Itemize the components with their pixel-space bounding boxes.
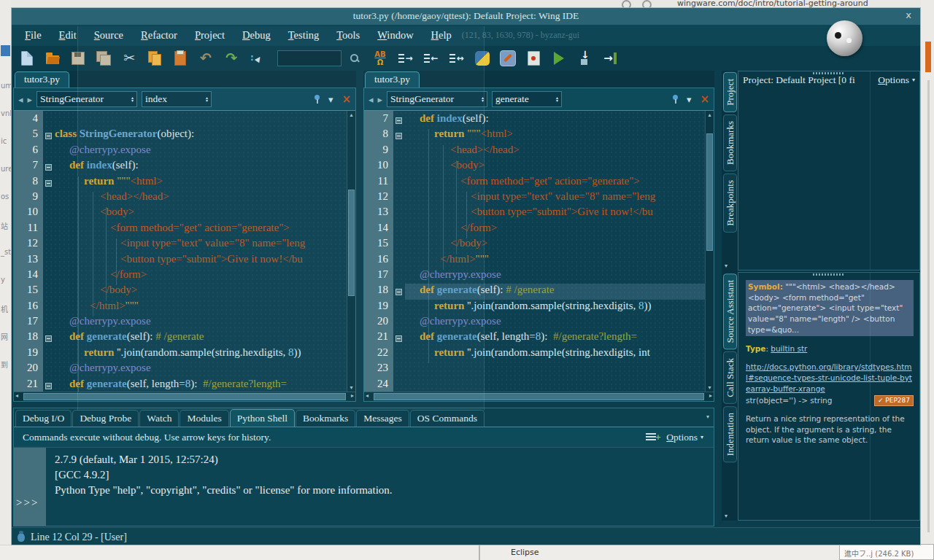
indent-switch-button[interactable]: ↔ (449, 50, 465, 67)
code-line-16[interactable]: 16</html>""" (14, 300, 347, 315)
code-line-23[interactable]: 23 (364, 362, 705, 377)
code-line-10[interactable]: 10<body> (14, 206, 347, 221)
yin-yang-icon[interactable] (827, 20, 862, 56)
window-close-button[interactable]: x (906, 9, 911, 20)
side-tab-breakpoints[interactable]: Breakpoints (723, 174, 737, 233)
fold-marker-icon[interactable] (45, 335, 52, 342)
side-tab-bookmarks[interactable]: Bookmarks (723, 114, 737, 171)
pin-icon[interactable] (672, 94, 679, 104)
code-line-21[interactable]: 21def generate(self, length=8): #/genera… (14, 378, 347, 392)
open-folder-button[interactable] (45, 50, 61, 67)
code-line-9[interactable]: 9<head></head> (364, 144, 705, 159)
code-line-5[interactable]: 5class StringGenerator(object): (14, 128, 347, 143)
fold-marker-icon[interactable] (395, 117, 402, 124)
code-line-8[interactable]: 8return """<html> (14, 175, 347, 190)
symbol-dropdown[interactable]: generate▴▾ (492, 91, 562, 107)
code-line-18[interactable]: 18def generate(self): # /generate (364, 284, 705, 299)
code-line-20[interactable]: 20@cherrypy.expose (364, 315, 705, 330)
side-tab-project[interactable]: Project (723, 72, 737, 112)
shell-options-button[interactable]: Options▾ (666, 432, 703, 443)
code-line-17[interactable]: 17@cherrypy.expose (364, 268, 705, 284)
code-area[interactable]: 45class StringGenerator(object):6@cherry… (14, 111, 355, 392)
code-line-19[interactable]: 19return ''.join(random.sample(string.he… (364, 300, 705, 315)
bottom-tab-watch[interactable]: Watch (139, 410, 179, 427)
horizontal-scrollbar[interactable]: ◂▸ (364, 392, 714, 401)
search-icon[interactable] (347, 50, 363, 67)
chevron-down-icon[interactable]: ▾ (328, 95, 333, 104)
code-line-9[interactable]: 9<head></head> (14, 190, 347, 206)
code-line-13[interactable]: 13<button type="submit">Give it now!</bu (364, 206, 705, 221)
python-icon[interactable] (474, 50, 490, 67)
save-all-button[interactable] (96, 50, 112, 67)
code-line-6[interactable]: 6@cherrypy.expose (14, 144, 347, 159)
indent-left-button[interactable]: ← (423, 50, 439, 67)
fold-marker-icon[interactable] (395, 335, 402, 342)
nav-forward-icon[interactable]: ▸ (378, 95, 383, 104)
side-tab-source-assistant[interactable]: Source Assistant (723, 273, 737, 349)
tools-wrench-button[interactable] (500, 50, 516, 67)
undo-button[interactable]: ↶ (198, 50, 214, 67)
taskbar-item-eclipse[interactable]: Eclipse (511, 548, 539, 557)
chevron-down-icon[interactable]: ▾ (687, 95, 692, 104)
python-shell[interactable]: >>> 2.7.9 (default, Mar 1 2015, 12:57:24… (14, 448, 714, 526)
menu-edit[interactable]: Edit (52, 27, 84, 44)
bottom-tab-python-shell[interactable]: Python Shell (230, 409, 295, 427)
fold-marker-icon[interactable] (45, 180, 52, 187)
fold-marker-icon[interactable] (45, 383, 52, 389)
fold-marker-icon[interactable] (395, 133, 402, 139)
code-line-15[interactable]: 15</body> (14, 284, 347, 299)
toolbar-search-input[interactable] (277, 50, 341, 66)
code-line-15[interactable]: 15</body> (364, 237, 705, 252)
code-line-19[interactable]: 19return ''.join(random.sample(string.he… (14, 346, 347, 362)
step-into-button[interactable] (576, 50, 593, 67)
debug-file-button[interactable] (525, 50, 541, 67)
code-line-22[interactable]: 22return ''.join(random.sample(string.he… (364, 346, 705, 362)
code-line-20[interactable]: 20@cherrypy.expose (14, 362, 347, 377)
editor-tab[interactable]: tutor3.py (15, 71, 69, 88)
code-line-10[interactable]: 10<body> (364, 159, 705, 174)
code-line-14[interactable]: 14</form> (364, 222, 705, 237)
code-line-12[interactable]: 12<input type="text" value="8" name="len… (364, 190, 705, 206)
run-to-cursor-button[interactable]: → (602, 50, 618, 67)
code-line-11[interactable]: 11<form method="get" action="generate"> (364, 175, 705, 190)
code-line-7[interactable]: 7def index(self): (364, 112, 705, 128)
side-tab-call-stack[interactable]: Call Stack (723, 351, 737, 404)
redo-button[interactable]: ↷ (223, 50, 239, 67)
bottom-tab-os-commands[interactable]: OS Commands (410, 410, 485, 427)
code-line-16[interactable]: 16</html>""" (364, 253, 705, 268)
menu-testing[interactable]: Testing (281, 27, 327, 44)
menu-help[interactable]: Help (424, 27, 459, 44)
bottom-tab-debug-i-o[interactable]: Debug I/O (15, 410, 72, 427)
nav-forward-icon[interactable]: ▸ (28, 95, 33, 104)
code-line-17[interactable]: 17@cherrypy.expose (14, 315, 347, 330)
builtin-str-link[interactable]: builtin str (771, 344, 807, 353)
panel-grip[interactable] (813, 273, 845, 276)
code-line-24[interactable]: 24 (364, 378, 705, 392)
cut-button[interactable]: ✂ (121, 50, 137, 67)
panel-grip[interactable] (813, 72, 845, 74)
code-line-18[interactable]: 18def generate(self): # /generate (14, 330, 347, 346)
download-notification[interactable]: 進中フ..j (246.2 KB) (839, 544, 934, 560)
fold-marker-icon[interactable] (45, 164, 52, 171)
vertical-scrollbar[interactable]: ▴ ▾ (705, 111, 714, 392)
vertical-scrollbar[interactable]: ▴ ▾ (347, 111, 355, 392)
indent-right-button[interactable]: → (398, 50, 414, 67)
pin-icon[interactable] (314, 94, 321, 104)
bottom-tab-debug-probe[interactable]: Debug Probe (72, 410, 139, 427)
menu-source[interactable]: Source (87, 27, 131, 44)
debug-bug-icon[interactable] (18, 533, 25, 542)
nav-back-icon[interactable]: ◂ (18, 95, 23, 104)
editor-close-icon[interactable]: × (700, 94, 709, 105)
project-options-button[interactable]: Options▾ (878, 74, 915, 86)
copy-button[interactable] (147, 50, 163, 67)
code-line-8[interactable]: 8return """<html> (364, 128, 705, 143)
code-line-21[interactable]: 21def generate(self, length=8): #/genera… (364, 330, 705, 346)
code-line-4[interactable]: 4 (14, 112, 347, 128)
bottom-tab-messages[interactable]: Messages (356, 410, 409, 427)
bottom-tab-modules[interactable]: Modules (180, 410, 228, 427)
tab-overflow-icon[interactable]: ▾ (725, 263, 727, 269)
code-line-11[interactable]: 11<form method="get" action="generate"> (14, 222, 347, 237)
shell-history-icon[interactable] (646, 433, 656, 442)
code-line-12[interactable]: 12<input type="text" value="8" name="len… (14, 237, 347, 252)
paste-button[interactable] (172, 50, 188, 67)
